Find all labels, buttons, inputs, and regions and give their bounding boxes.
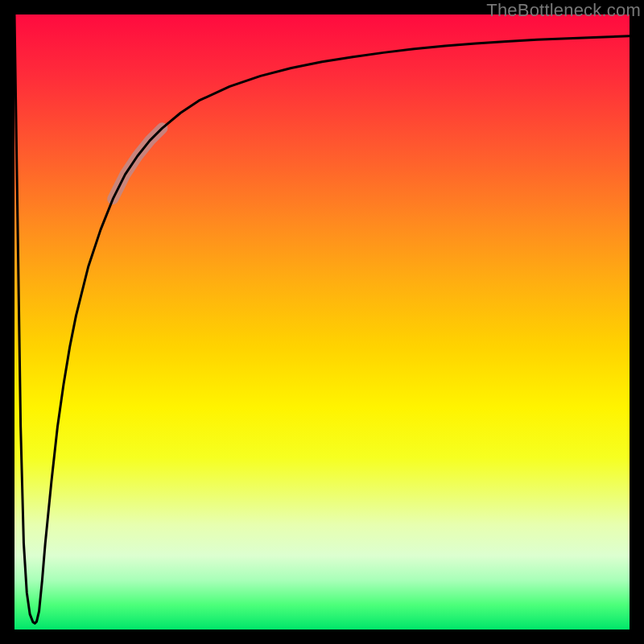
curve-highlight-segment	[113, 128, 162, 199]
bottleneck-curve	[14, 14, 630, 623]
watermark-text: TheBottleneck.com	[486, 0, 641, 21]
chart-svg	[14, 14, 630, 630]
chart-frame: TheBottleneck.com	[0, 0, 644, 644]
